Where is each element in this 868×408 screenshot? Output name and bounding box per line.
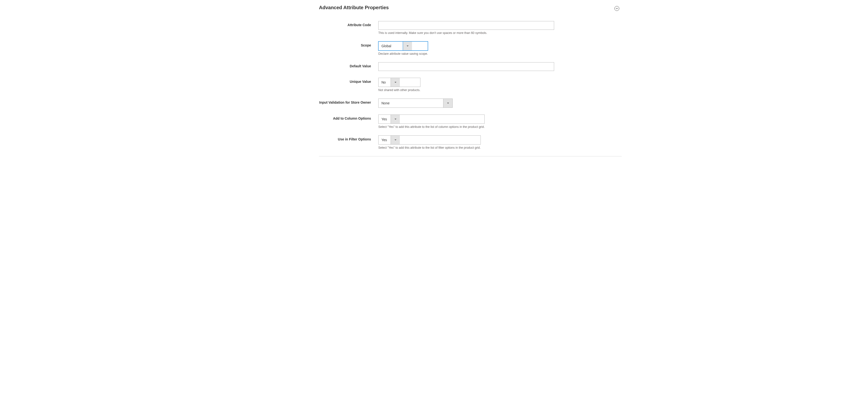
section-title: Advanced Attribute Properties <box>319 5 389 10</box>
unique-value-select[interactable]: No <box>378 78 421 87</box>
unique-value-select-value: No <box>378 78 391 87</box>
caret-down-icon <box>406 44 409 48</box>
caret-down-icon <box>394 138 397 142</box>
attribute-code-input[interactable] <box>378 21 554 30</box>
label-input-validation: Input Validation for Store Owner <box>246 99 378 105</box>
advanced-attribute-form: Attribute Code This is used internally. … <box>246 21 622 149</box>
field-add-to-column: Add to Column Options Yes Select "Yes" t… <box>246 115 622 129</box>
default-value-input[interactable] <box>378 62 554 71</box>
field-input-validation: Input Validation for Store Owner None <box>246 99 622 108</box>
field-attribute-code: Attribute Code This is used internally. … <box>246 21 622 35</box>
caret-down-icon <box>447 101 449 105</box>
label-default-value: Default Value <box>246 62 378 68</box>
use-in-filter-select-arrow <box>391 135 400 144</box>
label-use-in-filter: Use in Filter Options <box>246 135 378 142</box>
field-default-value: Default Value <box>246 62 622 71</box>
add-to-column-select[interactable]: Yes <box>378 115 485 124</box>
label-scope: Scope <box>246 41 378 48</box>
field-use-in-filter: Use in Filter Options Yes Select "Yes" t… <box>246 135 622 149</box>
field-scope: Scope Global Declare attribute value sav… <box>246 41 622 56</box>
note-use-in-filter: Select "Yes" to add this attribute to th… <box>378 146 481 149</box>
input-validation-select[interactable]: None <box>378 99 453 108</box>
input-validation-select-value: None <box>378 99 443 107</box>
caret-down-icon <box>394 81 397 84</box>
collapse-toggle[interactable] <box>614 6 619 11</box>
note-add-to-column: Select "Yes" to add this attribute to th… <box>378 125 485 129</box>
use-in-filter-select[interactable]: Yes <box>378 135 481 145</box>
field-unique-value: Unique Value No Not shared with other pr… <box>246 78 622 92</box>
chevron-down-icon <box>616 6 618 10</box>
label-add-to-column: Add to Column Options <box>246 115 378 121</box>
label-attribute-code: Attribute Code <box>246 21 378 27</box>
scope-select[interactable]: Global <box>378 41 428 51</box>
use-in-filter-select-value: Yes <box>378 135 391 144</box>
caret-down-icon <box>394 117 397 121</box>
add-to-column-select-arrow <box>391 115 400 124</box>
note-attribute-code: This is used internally. Make sure you d… <box>378 31 554 35</box>
unique-value-select-arrow <box>391 78 400 87</box>
section-header: Advanced Attribute Properties <box>319 5 622 12</box>
note-scope: Declare attribute value saving scope. <box>378 52 428 56</box>
input-validation-select-arrow <box>443 99 453 107</box>
scope-select-value: Global <box>378 42 403 50</box>
scope-select-arrow <box>403 42 412 50</box>
note-unique-value: Not shared with other products. <box>378 88 421 92</box>
label-unique-value: Unique Value <box>246 78 378 84</box>
add-to-column-select-value: Yes <box>378 115 391 124</box>
